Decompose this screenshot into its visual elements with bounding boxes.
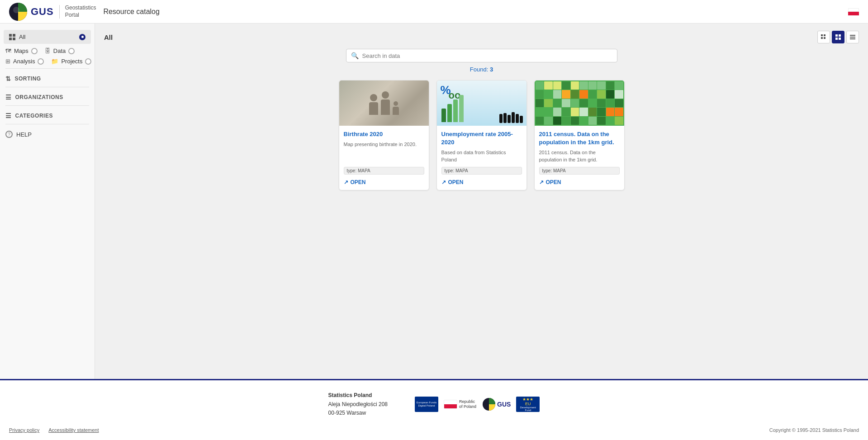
sidebar-data-radio <box>68 48 75 54</box>
footer: Statistics Poland Aleja Niepodległości 2… <box>0 379 868 440</box>
open-icon-2: ↗ <box>441 179 446 185</box>
eu-funds-logo: European FundsDigital Poland <box>415 397 438 412</box>
census-cell <box>606 81 615 90</box>
accessibility-link[interactable]: Accessibility statement <box>48 427 99 433</box>
census-cell <box>588 99 597 107</box>
privacy-policy-link[interactable]: Privacy policy <box>9 427 39 433</box>
card-birthrate-open[interactable]: ↗ OPEN <box>344 179 424 185</box>
census-cell <box>597 117 606 125</box>
card-birthrate-image <box>339 80 429 126</box>
database-icon: 🗄 <box>45 47 51 54</box>
eu-dev-logo: ★★★EU DevelopmentFund <box>516 397 540 412</box>
sidebar-help[interactable]: ? HELP <box>0 126 95 142</box>
sorting-label: ⇅ SORTING <box>5 75 89 82</box>
open-icon-3: ↗ <box>539 179 544 185</box>
census-cell <box>536 117 544 125</box>
census-cell <box>544 117 553 125</box>
census-cell <box>579 90 588 98</box>
census-cell <box>597 81 606 90</box>
sidebar-nav-row-2: ⊞ Analysis 📁 Projects <box>0 56 95 66</box>
people-group <box>499 112 523 123</box>
svg-rect-7 <box>839 34 841 37</box>
svg-rect-9 <box>839 38 841 40</box>
census-cell <box>606 108 615 116</box>
footer-address: Statistics Poland Aleja Niepodległości 2… <box>328 391 388 417</box>
sidebar-item-data[interactable]: 🗄 Data <box>45 47 75 54</box>
census-cell <box>579 108 588 116</box>
census-cell <box>544 108 553 116</box>
open-icon: ↗ <box>344 179 348 185</box>
card-unemployment-tag: type: MAPA <box>441 167 522 175</box>
svg-rect-8 <box>835 38 838 40</box>
census-cell <box>536 99 544 107</box>
sidebar-section-organizations[interactable]: ☰ ORGANIZATIONS <box>0 89 95 104</box>
help-icon: ? <box>5 131 13 138</box>
figure-adult-1 <box>369 94 378 115</box>
sidebar-item-analysis[interactable]: ⊞ Analysis <box>5 58 44 65</box>
census-cell <box>544 90 553 98</box>
census-cell <box>571 108 579 116</box>
divider-3 <box>5 105 89 106</box>
card-census-open[interactable]: ↗ OPEN <box>539 179 620 185</box>
republic-logo: Republic of Poland <box>444 399 477 409</box>
card-birthrate: Birthrate 2020 Map presenting birthrate … <box>339 80 429 190</box>
logo-gus-text: GUS <box>31 6 54 18</box>
card-census-title: 2011 census. Data on the population in t… <box>539 130 620 147</box>
figure-adult-2 <box>381 91 390 115</box>
view-grid-dots-button[interactable] <box>817 31 830 43</box>
categories-label: ☰ CATEGORIES <box>5 112 89 119</box>
header: GUS Geostatistics Portal Resource catalo… <box>0 0 868 24</box>
sidebar-item-projects[interactable]: 📁 Projects <box>51 58 91 65</box>
sidebar-projects-label: Projects <box>61 58 82 65</box>
view-grid-medium-button[interactable] <box>832 31 844 43</box>
census-cell <box>597 99 606 107</box>
sidebar-item-maps[interactable]: 🗺 Maps <box>5 47 38 54</box>
header-divider <box>59 5 60 19</box>
sort-icon: ⇅ <box>5 75 11 82</box>
census-cell <box>588 81 597 90</box>
main-layout: All 🗺 Maps 🗄 Data ⊞ Analysis <box>0 24 868 379</box>
census-cell <box>571 90 579 98</box>
birthrate-figures <box>369 91 399 115</box>
search-icon: 🔍 <box>351 52 359 59</box>
grid-icon <box>9 34 15 40</box>
svg-rect-11 <box>850 37 855 38</box>
sidebar-all-button[interactable]: All <box>4 30 91 44</box>
organizations-label: ☰ ORGANIZATIONS <box>5 94 89 101</box>
census-cell <box>571 81 579 90</box>
divider-4 <box>5 124 89 124</box>
sidebar-section-categories[interactable]: ☰ CATEGORIES <box>0 108 95 122</box>
copyright-text: Copyright © 1995-2021 Statistics Poland <box>769 427 859 433</box>
logo[interactable]: GUS <box>9 3 54 21</box>
census-cell <box>562 108 570 116</box>
search-container: 🔍 <box>104 49 859 62</box>
map-icon: 🗺 <box>5 47 11 54</box>
view-list-button[interactable] <box>846 31 859 43</box>
census-cell <box>579 81 588 90</box>
census-cell <box>553 81 562 90</box>
card-unemployment-open[interactable]: ↗ OPEN <box>441 179 522 185</box>
sidebar-nav-row-1: 🗺 Maps 🗄 Data <box>0 46 95 56</box>
card-birthrate-tag: type: MAPA <box>344 167 424 175</box>
sidebar-maps-radio <box>31 48 38 54</box>
census-cell <box>615 90 623 98</box>
census-cell <box>579 99 588 107</box>
org-icon: ☰ <box>5 94 12 101</box>
search-input[interactable] <box>362 52 612 59</box>
folder-icon: 📁 <box>51 58 58 65</box>
svg-rect-10 <box>850 35 855 36</box>
card-census-image <box>535 80 624 126</box>
help-label: HELP <box>16 131 89 138</box>
census-cell <box>553 99 562 107</box>
census-cell <box>571 99 579 107</box>
svg-rect-5 <box>824 37 825 39</box>
poland-flag <box>848 8 859 15</box>
cat-icon: ☰ <box>5 112 12 119</box>
sidebar-analysis-radio <box>38 58 44 65</box>
census-cell <box>606 117 615 125</box>
census-cell <box>544 99 553 107</box>
sidebar-section-sorting[interactable]: ⇅ SORTING <box>0 71 95 85</box>
sidebar-maps-label: Maps <box>14 47 28 54</box>
census-cell <box>588 108 597 116</box>
list-icon <box>849 34 856 40</box>
